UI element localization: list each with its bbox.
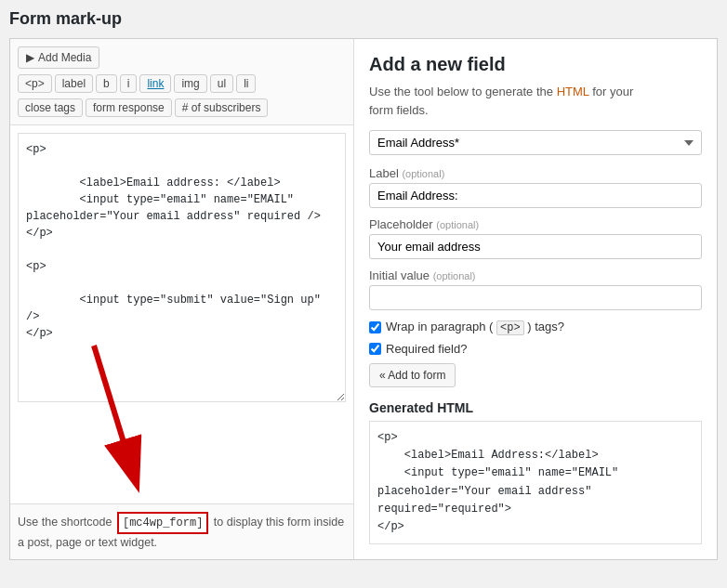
tag-i-button[interactable]: i (120, 74, 138, 93)
tag-link-button[interactable]: link (139, 74, 171, 93)
tag-buttons-row: <p> label b i link img ul li (18, 74, 346, 93)
form-markup-textarea[interactable]: <p> <label>Email address: </label> <inpu… (18, 133, 346, 402)
add-to-form-button[interactable]: « Add to form (369, 363, 456, 387)
tag-b-button[interactable]: b (96, 74, 117, 93)
desc-highlight: HTML (557, 85, 589, 98)
p-tag-code: <p> (496, 320, 524, 335)
form-response-button[interactable]: form response (86, 98, 172, 117)
add-media-label: Add Media (38, 51, 91, 64)
initial-value-label: Initial value (optional) (369, 268, 702, 282)
generated-html-code: <p> <label>Email Address:</label> <input… (369, 421, 702, 544)
page-title: Form mark-up (9, 9, 718, 29)
right-panel-title: Add a new field (369, 54, 702, 75)
right-panel: Add a new field Use the tool below to ge… (354, 39, 717, 559)
bottom-section: Use the shortcode [mc4wp_form] to displa… (10, 503, 353, 559)
shortcode-pre-text: Use the shortcode (18, 516, 112, 529)
generated-html-title: Generated HTML (369, 400, 702, 415)
tag-img-button[interactable]: img (174, 74, 206, 93)
label-input[interactable] (369, 183, 702, 208)
required-field-checkbox[interactable] (369, 343, 381, 355)
second-row-buttons: close tags form response # of subscriber… (18, 98, 346, 117)
media-icon: ▶ (26, 51, 34, 64)
form-code-area: <p> <label>Email address: </label> <inpu… (10, 125, 353, 503)
desc-plain: Use the tool below to generate the (369, 85, 557, 98)
required-field-label: Required field? (386, 342, 467, 356)
shortcode-value: [mc4wp_form] (117, 512, 208, 534)
toolbar: ▶ Add Media <p> label b i link img ul li… (10, 39, 353, 125)
left-panel: ▶ Add Media <p> label b i link img ul li… (10, 39, 354, 559)
add-media-button[interactable]: ▶ Add Media (18, 46, 99, 69)
placeholder-input[interactable] (369, 234, 702, 259)
placeholder-field-label: Placeholder (optional) (369, 217, 702, 231)
wrap-paragraph-checkbox[interactable] (369, 321, 381, 333)
label-field-label: Label (optional) (369, 166, 702, 180)
wrap-paragraph-row: Wrap in paragraph ( <p> ) tags? (369, 320, 702, 334)
initial-value-input[interactable] (369, 285, 702, 310)
tag-label-button[interactable]: label (55, 74, 93, 93)
field-type-select[interactable]: Email Address* Text First Name Last Name (369, 130, 702, 155)
required-field-row: Required field? (369, 342, 702, 356)
tag-p-button[interactable]: <p> (18, 74, 52, 93)
close-tags-button[interactable]: close tags (18, 98, 83, 117)
subscribers-button[interactable]: # of subscribers (175, 98, 269, 117)
wrap-paragraph-label: Wrap in paragraph ( <p> ) tags? (386, 320, 564, 334)
tag-li-button[interactable]: li (236, 74, 256, 93)
tag-ul-button[interactable]: ul (210, 74, 233, 93)
description: Use the tool below to generate the HTML … (369, 83, 702, 119)
